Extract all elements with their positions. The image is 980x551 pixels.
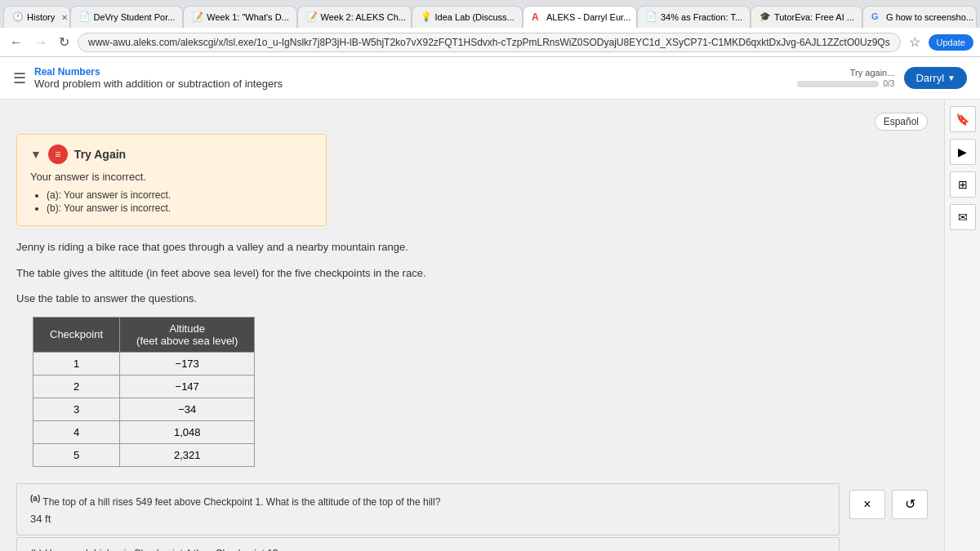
user-name-label: Darryl	[915, 72, 944, 84]
address-input[interactable]	[78, 33, 901, 52]
tab-tutoreva[interactable]: 🎓 TutorEva: Free AI ... ✕	[751, 6, 862, 28]
address-bar-row: ← → ↻ ☆ Update	[0, 28, 980, 57]
tab-favicon-tutoreva: 🎓	[760, 11, 771, 23]
espanol-button[interactable]: Español	[875, 113, 928, 131]
tab-favicon-fraction: 📄	[646, 11, 657, 23]
table-row: 2 −147	[33, 375, 255, 398]
table-header-altitude: Altitude(feet above sea level)	[120, 317, 255, 352]
table-row: 4 1,048	[33, 420, 255, 443]
try-again-header: ▼ ≡ Try Again	[30, 144, 313, 164]
tab-aleks[interactable]: A ALEKS - Darryl Eur... ✕	[523, 6, 637, 28]
sidebar-icon-grid[interactable]: ⊞	[950, 171, 976, 198]
clear-button[interactable]: ×	[849, 490, 885, 519]
table-row: 1 −173	[33, 352, 255, 375]
table-cell-altitude-5: 2,321	[120, 443, 255, 466]
answer-boxes-col: (a) The top of a hill rises 549 feet abo…	[16, 483, 840, 552]
table-cell-checkpoint-4: 4	[33, 420, 120, 443]
table-cell-altitude-2: −147	[120, 375, 255, 398]
table-cell-altitude-3: −34	[120, 398, 255, 420]
try-again-item-b: (b): Your answer is incorrect.	[47, 202, 313, 214]
aleks-logo-section: Real Numbers Word problem with addition …	[34, 66, 283, 90]
chevron-down-icon: ▼	[947, 73, 956, 82]
tab-close-history[interactable]: ✕	[61, 13, 68, 22]
back-button[interactable]: ←	[7, 33, 26, 51]
part-a-answer: 34 ft	[30, 513, 826, 525]
tab-favicon-week1: 📝	[192, 11, 203, 23]
menu-icon[interactable]: ☰	[13, 69, 26, 87]
star-button[interactable]: ☆	[906, 33, 924, 51]
problem-title: Word problem with addition or subtractio…	[34, 78, 283, 90]
try-again-error-icon: ≡	[48, 144, 68, 164]
tab-idealab[interactable]: 💡 Idea Lab (Discuss... ✕	[412, 6, 523, 28]
table-cell-checkpoint-3: 3	[33, 398, 120, 420]
tab-favicon-google: G	[871, 11, 883, 23]
tab-label-week1: Week 1: "What's D...	[207, 12, 289, 22]
aleks-header-left: ☰ Real Numbers Word problem with additio…	[13, 66, 283, 90]
user-menu-button[interactable]: Darryl ▼	[904, 67, 967, 89]
problem-table-desc: The table gives the altitude (in feet ab…	[16, 265, 928, 282]
tab-label-history: History	[27, 12, 55, 22]
try-again-title: Try Again	[74, 148, 126, 161]
collapse-arrow-icon[interactable]: ▼	[30, 148, 42, 161]
tab-favicon-aleks: A	[532, 11, 543, 23]
progress-bar-background	[797, 81, 879, 87]
table-cell-checkpoint-2: 2	[33, 375, 120, 398]
tab-label-week2: Week 2: ALEKS Ch...	[321, 12, 406, 22]
answer-row: (a) The top of a hill rises 549 feet abo…	[16, 483, 928, 552]
tab-fraction[interactable]: 📄 34% as Fraction: T... ✕	[637, 6, 751, 28]
try-again-label: Try again...	[850, 68, 895, 78]
problem-intro: Jenny is riding a bike race that goes th…	[16, 239, 928, 256]
tab-label-google: G how to screensho...	[886, 12, 973, 22]
aleks-header: ☰ Real Numbers Word problem with additio…	[0, 57, 980, 100]
table-header-checkpoint: Checkpoint	[33, 317, 120, 352]
table-cell-checkpoint-1: 1	[33, 352, 120, 375]
table-cell-altitude-4: 1,048	[120, 420, 255, 443]
problem-table-instruction: Use the table to answer the questions.	[16, 291, 928, 307]
right-sidebar: 🔖 ▶ ⊞ ✉	[944, 100, 980, 551]
progress-text: 0/3	[884, 79, 895, 88]
tab-favicon-devry: 📄	[79, 11, 91, 23]
tab-week2[interactable]: 📝 Week 2: ALEKS Ch... ✕	[297, 6, 412, 28]
update-button[interactable]: Update	[929, 34, 973, 51]
tab-devry[interactable]: 📄 DeVry Student Por... ✕	[70, 6, 184, 28]
try-again-message: Your answer is incorrect.	[30, 171, 313, 183]
tab-week1[interactable]: 📝 Week 1: "What's D... ✕	[183, 6, 296, 28]
subject-label: Real Numbers	[34, 66, 283, 78]
tab-bar: 🕐 History ✕ 📄 DeVry Student Por... ✕ 📝 W…	[0, 0, 980, 28]
answer-box-b: (b) How much higher is Checkpoint 4 than…	[16, 537, 840, 552]
tab-favicon-week2: 📝	[306, 11, 318, 23]
try-again-list: (a): Your answer is incorrect. (b): Your…	[30, 189, 313, 214]
try-again-box: ▼ ≡ Try Again Your answer is incorrect. …	[16, 134, 327, 226]
tab-favicon-history: 🕐	[12, 11, 24, 23]
tab-label-tutoreva: TutorEva: Free AI ...	[774, 12, 854, 22]
progress-area: Try again... 0/3	[797, 68, 895, 88]
tab-google[interactable]: G G how to screensho... ✕	[862, 6, 977, 28]
checkpoint-table: Checkpoint Altitude(feet above sea level…	[33, 317, 255, 467]
sidebar-icon-bookmark[interactable]: 🔖	[950, 106, 976, 132]
forward-button[interactable]: →	[31, 33, 51, 51]
tab-label-devry: DeVry Student Por...	[94, 12, 176, 22]
part-a-label: (a) The top of a hill rises 549 feet abo…	[30, 494, 826, 508]
table-cell-altitude-1: −173	[120, 352, 255, 375]
undo-button[interactable]: ↺	[892, 490, 928, 519]
content-area: Español ▼ ≡ Try Again Your answer is inc…	[0, 100, 944, 551]
tab-favicon-idealab: 💡	[421, 11, 432, 23]
answer-box-a: (a) The top of a hill rises 549 feet abo…	[16, 483, 840, 535]
try-again-item-a: (a): Your answer is incorrect.	[47, 189, 313, 201]
aleks-header-right: Try again... 0/3 Darryl ▼	[797, 67, 967, 89]
sidebar-icon-play[interactable]: ▶	[950, 139, 976, 165]
tab-label-aleks: ALEKS - Darryl Eur...	[546, 12, 630, 22]
table-cell-checkpoint-5: 5	[33, 443, 120, 466]
part-b-label: (b) How much higher is Checkpoint 4 than…	[30, 548, 826, 552]
table-row: 5 2,321	[33, 443, 255, 466]
error-symbol: ≡	[55, 149, 60, 160]
sidebar-icon-mail[interactable]: ✉	[950, 204, 976, 230]
tab-history[interactable]: 🕐 History ✕	[3, 6, 70, 28]
tab-label-idealab: Idea Lab (Discuss...	[435, 12, 514, 22]
main-content: Español ▼ ≡ Try Again Your answer is inc…	[0, 100, 980, 551]
reload-button[interactable]: ↻	[56, 33, 73, 51]
tab-label-fraction: 34% as Fraction: T...	[661, 12, 742, 22]
table-row: 3 −34	[33, 398, 255, 420]
